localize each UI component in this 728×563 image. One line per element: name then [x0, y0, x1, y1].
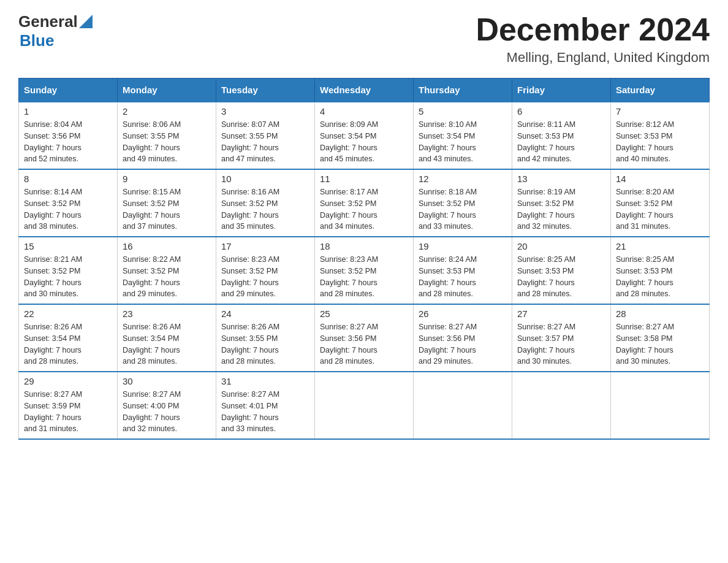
day-info: Sunrise: 8:21 AMSunset: 3:52 PMDaylight:… [24, 254, 112, 300]
day-number: 17 [221, 241, 309, 251]
day-number: 19 [419, 241, 507, 251]
day-info: Sunrise: 8:25 AMSunset: 3:53 PMDaylight:… [616, 254, 704, 300]
calendar-cell: 2 Sunrise: 8:06 AMSunset: 3:55 PMDayligh… [118, 102, 216, 169]
calendar-cell [512, 372, 611, 439]
calendar-cell: 30 Sunrise: 8:27 AMSunset: 4:00 PMDaylig… [118, 372, 216, 439]
page-subtitle: Melling, England, United Kingdom [476, 50, 710, 66]
day-info: Sunrise: 8:27 AMSunset: 3:56 PMDaylight:… [419, 321, 507, 367]
day-number: 11 [320, 174, 408, 184]
logo-triangle-icon [79, 15, 93, 28]
day-info: Sunrise: 8:19 AMSunset: 3:52 PMDaylight:… [517, 186, 605, 232]
day-info: Sunrise: 8:27 AMSunset: 4:00 PMDaylight:… [123, 389, 211, 435]
calendar-header-friday: Friday [512, 79, 611, 102]
day-info: Sunrise: 8:27 AMSunset: 3:56 PMDaylight:… [320, 321, 408, 367]
calendar-table: SundayMondayTuesdayWednesdayThursdayFrid… [18, 78, 710, 440]
day-info: Sunrise: 8:06 AMSunset: 3:55 PMDaylight:… [123, 119, 211, 165]
calendar-cell: 13 Sunrise: 8:19 AMSunset: 3:52 PMDaylig… [512, 169, 611, 237]
day-info: Sunrise: 8:14 AMSunset: 3:52 PMDaylight:… [24, 186, 112, 232]
calendar-cell: 20 Sunrise: 8:25 AMSunset: 3:53 PMDaylig… [512, 237, 611, 304]
day-info: Sunrise: 8:27 AMSunset: 3:57 PMDaylight:… [517, 321, 605, 367]
day-number: 20 [517, 241, 605, 251]
calendar-cell: 25 Sunrise: 8:27 AMSunset: 3:56 PMDaylig… [315, 304, 414, 372]
day-number: 5 [419, 106, 507, 117]
calendar-cell: 23 Sunrise: 8:26 AMSunset: 3:54 PMDaylig… [118, 304, 216, 372]
logo-blue-text: Blue [20, 31, 54, 50]
calendar-header-row: SundayMondayTuesdayWednesdayThursdayFrid… [19, 79, 710, 102]
calendar-week-5: 29 Sunrise: 8:27 AMSunset: 3:59 PMDaylig… [19, 372, 710, 439]
calendar-cell: 8 Sunrise: 8:14 AMSunset: 3:52 PMDayligh… [19, 169, 118, 237]
day-info: Sunrise: 8:17 AMSunset: 3:52 PMDaylight:… [320, 186, 408, 232]
svg-marker-0 [79, 15, 93, 28]
day-number: 30 [123, 376, 211, 386]
day-number: 15 [24, 241, 112, 251]
day-info: Sunrise: 8:23 AMSunset: 3:52 PMDaylight:… [320, 254, 408, 300]
calendar-cell: 17 Sunrise: 8:23 AMSunset: 3:52 PMDaylig… [216, 237, 315, 304]
day-number: 24 [221, 308, 309, 319]
day-info: Sunrise: 8:16 AMSunset: 3:52 PMDaylight:… [221, 186, 309, 232]
day-number: 8 [24, 174, 112, 184]
day-info: Sunrise: 8:26 AMSunset: 3:54 PMDaylight:… [123, 321, 211, 367]
calendar-cell: 22 Sunrise: 8:26 AMSunset: 3:54 PMDaylig… [19, 304, 118, 372]
day-info: Sunrise: 8:10 AMSunset: 3:54 PMDaylight:… [419, 119, 507, 165]
day-info: Sunrise: 8:25 AMSunset: 3:53 PMDaylight:… [517, 254, 605, 300]
day-number: 7 [616, 106, 704, 117]
day-info: Sunrise: 8:26 AMSunset: 3:55 PMDaylight:… [221, 321, 309, 367]
logo-general-text: General [18, 12, 78, 31]
page-header: General Blue December 2024 Melling, Engl… [18, 12, 710, 66]
calendar-cell: 21 Sunrise: 8:25 AMSunset: 3:53 PMDaylig… [611, 237, 710, 304]
day-info: Sunrise: 8:09 AMSunset: 3:54 PMDaylight:… [320, 119, 408, 165]
calendar-header-saturday: Saturday [611, 79, 710, 102]
calendar-cell: 28 Sunrise: 8:27 AMSunset: 3:58 PMDaylig… [611, 304, 710, 372]
title-block: December 2024 Melling, England, United K… [476, 12, 710, 66]
calendar-header-wednesday: Wednesday [315, 79, 414, 102]
calendar-cell: 3 Sunrise: 8:07 AMSunset: 3:55 PMDayligh… [216, 102, 315, 169]
day-info: Sunrise: 8:12 AMSunset: 3:53 PMDaylight:… [616, 119, 704, 165]
calendar-cell: 27 Sunrise: 8:27 AMSunset: 3:57 PMDaylig… [512, 304, 611, 372]
day-number: 21 [616, 241, 704, 251]
day-number: 6 [517, 106, 605, 117]
day-number: 4 [320, 106, 408, 117]
calendar-cell: 7 Sunrise: 8:12 AMSunset: 3:53 PMDayligh… [611, 102, 710, 169]
day-info: Sunrise: 8:04 AMSunset: 3:56 PMDaylight:… [24, 119, 112, 165]
day-number: 18 [320, 241, 408, 251]
day-number: 13 [517, 174, 605, 184]
day-number: 25 [320, 308, 408, 319]
calendar-cell: 26 Sunrise: 8:27 AMSunset: 3:56 PMDaylig… [414, 304, 512, 372]
day-info: Sunrise: 8:27 AMSunset: 3:58 PMDaylight:… [616, 321, 704, 367]
day-info: Sunrise: 8:22 AMSunset: 3:52 PMDaylight:… [123, 254, 211, 300]
calendar-cell: 1 Sunrise: 8:04 AMSunset: 3:56 PMDayligh… [19, 102, 118, 169]
calendar-week-2: 8 Sunrise: 8:14 AMSunset: 3:52 PMDayligh… [19, 169, 710, 237]
calendar-cell [414, 372, 512, 439]
day-number: 29 [24, 376, 112, 386]
day-info: Sunrise: 8:24 AMSunset: 3:53 PMDaylight:… [419, 254, 507, 300]
calendar-cell: 6 Sunrise: 8:11 AMSunset: 3:53 PMDayligh… [512, 102, 611, 169]
day-number: 1 [24, 106, 112, 117]
logo: General Blue [18, 12, 93, 50]
day-number: 10 [221, 174, 309, 184]
day-info: Sunrise: 8:15 AMSunset: 3:52 PMDaylight:… [123, 186, 211, 232]
calendar-cell: 24 Sunrise: 8:26 AMSunset: 3:55 PMDaylig… [216, 304, 315, 372]
day-info: Sunrise: 8:27 AMSunset: 3:59 PMDaylight:… [24, 389, 112, 435]
calendar-header-monday: Monday [118, 79, 216, 102]
day-number: 26 [419, 308, 507, 319]
day-info: Sunrise: 8:11 AMSunset: 3:53 PMDaylight:… [517, 119, 605, 165]
day-number: 12 [419, 174, 507, 184]
day-info: Sunrise: 8:27 AMSunset: 4:01 PMDaylight:… [221, 389, 309, 435]
calendar-cell: 16 Sunrise: 8:22 AMSunset: 3:52 PMDaylig… [118, 237, 216, 304]
calendar-cell: 31 Sunrise: 8:27 AMSunset: 4:01 PMDaylig… [216, 372, 315, 439]
calendar-week-1: 1 Sunrise: 8:04 AMSunset: 3:56 PMDayligh… [19, 102, 710, 169]
calendar-cell: 15 Sunrise: 8:21 AMSunset: 3:52 PMDaylig… [19, 237, 118, 304]
day-info: Sunrise: 8:20 AMSunset: 3:52 PMDaylight:… [616, 186, 704, 232]
calendar-cell: 14 Sunrise: 8:20 AMSunset: 3:52 PMDaylig… [611, 169, 710, 237]
day-info: Sunrise: 8:23 AMSunset: 3:52 PMDaylight:… [221, 254, 309, 300]
calendar-cell [315, 372, 414, 439]
calendar-week-4: 22 Sunrise: 8:26 AMSunset: 3:54 PMDaylig… [19, 304, 710, 372]
calendar-week-3: 15 Sunrise: 8:21 AMSunset: 3:52 PMDaylig… [19, 237, 710, 304]
calendar-cell: 19 Sunrise: 8:24 AMSunset: 3:53 PMDaylig… [414, 237, 512, 304]
calendar-cell: 11 Sunrise: 8:17 AMSunset: 3:52 PMDaylig… [315, 169, 414, 237]
day-number: 22 [24, 308, 112, 319]
calendar-cell: 9 Sunrise: 8:15 AMSunset: 3:52 PMDayligh… [118, 169, 216, 237]
day-number: 31 [221, 376, 309, 386]
day-info: Sunrise: 8:18 AMSunset: 3:52 PMDaylight:… [419, 186, 507, 232]
calendar-cell [611, 372, 710, 439]
